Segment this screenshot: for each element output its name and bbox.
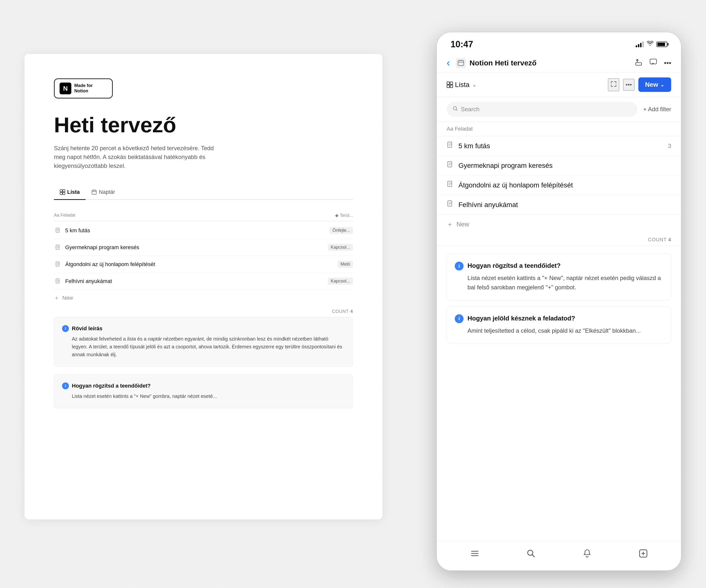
phone-status-bar: 10:47 xyxy=(437,32,681,53)
search-pill[interactable]: Search xyxy=(447,102,637,117)
notion-calendar-icon xyxy=(456,58,466,68)
svg-rect-31 xyxy=(450,82,453,84)
search-placeholder: Search xyxy=(461,106,479,113)
more-button[interactable]: ••• xyxy=(664,59,671,67)
doc-icon xyxy=(447,181,454,190)
list-grid-icon xyxy=(447,82,453,88)
wifi-icon xyxy=(647,41,654,48)
info-card-title: Rövid leírás xyxy=(72,325,103,332)
phone-table-header: Aa Feladat xyxy=(437,122,681,136)
svg-rect-4 xyxy=(92,190,96,194)
phone-info-title: Hogyan jelöld késznek a feladatod? xyxy=(468,314,575,323)
info-card-rovid-leiras: i Rövid leírás Az adatokat felveheted a … xyxy=(54,317,353,367)
nav-title: Notion Heti tervező xyxy=(456,58,629,68)
comment-button[interactable] xyxy=(650,58,657,68)
phone-toolbar: Lista ⌄ ••• New ⌄ xyxy=(437,73,681,97)
doc-icon xyxy=(447,141,454,150)
list-item[interactable]: Átgondolni az új honlapom felépítését xyxy=(437,175,681,195)
badge-text: Made for Notion xyxy=(74,83,93,94)
list-item[interactable]: Gyermeknapi program keresés xyxy=(437,156,681,175)
svg-rect-33 xyxy=(450,85,453,87)
table-row[interactable]: Átgondolni az új honlapom felépítését Me… xyxy=(54,256,353,273)
status-time: 10:47 xyxy=(450,39,473,49)
new-button[interactable]: New ⌄ xyxy=(638,77,671,92)
doc-icon xyxy=(447,200,454,209)
svg-rect-0 xyxy=(60,190,62,192)
phone-container: 10:47 ‹ xyxy=(436,32,681,571)
doc-icon xyxy=(54,260,62,268)
phone-info-title: Hogyan rögzítsd a teendőidet? xyxy=(468,262,561,270)
table-row[interactable]: Gyermeknapi program keresés Kapcsol... xyxy=(54,239,353,256)
count-row: COUNT 4 xyxy=(54,306,353,317)
calendar-icon xyxy=(91,190,97,195)
table-row[interactable]: Felhívni anyukámat Kapcsol... xyxy=(54,273,353,290)
column-terul: ◆ Terül... xyxy=(335,213,353,218)
phone-info-section: i Hogyan rögzítsd a teendőidet? Lista né… xyxy=(437,246,681,351)
nav-actions: ••• xyxy=(635,58,671,68)
info-card-body: Az adatokat felveheted a lista és a napt… xyxy=(62,335,345,359)
svg-rect-30 xyxy=(447,82,449,84)
svg-rect-24 xyxy=(458,60,464,66)
phone-count-row: COUNT 4 xyxy=(437,234,681,246)
chevron-down-icon: ⌄ xyxy=(472,82,477,88)
info-card-body: Lista nézet esetén kattints a "+ New" go… xyxy=(62,392,345,400)
svg-line-35 xyxy=(456,110,457,111)
column-feladat: Aa Feladat xyxy=(54,213,176,218)
table-header: Aa Feladat ◆ Terül... xyxy=(54,210,353,221)
svg-rect-2 xyxy=(60,192,62,195)
list-item[interactable]: Felhívni anyukámat xyxy=(437,195,681,215)
list-view-button[interactable]: Lista ⌄ xyxy=(447,81,477,89)
bottom-nav-compose[interactable] xyxy=(636,546,651,561)
phone-info-card-1: i Hogyan rögzítsd a teendőidet? Lista né… xyxy=(447,254,671,300)
battery-icon xyxy=(657,42,667,47)
page-title: Heti tervező xyxy=(54,113,353,137)
phone-nav-bar: ‹ Notion Heti tervező xyxy=(437,53,681,73)
table-row[interactable]: 5 km futás Önfejle... xyxy=(54,222,353,239)
dots-menu-button[interactable]: ••• xyxy=(623,79,634,91)
tab-lista[interactable]: Lista xyxy=(54,185,85,200)
bottom-nav-search[interactable] xyxy=(524,546,538,561)
list-item[interactable]: 5 km futás 3 xyxy=(437,136,681,156)
signal-bars-icon xyxy=(636,41,644,47)
chevron-down-icon: ⌄ xyxy=(660,82,664,88)
doc-icon xyxy=(54,226,62,235)
share-button[interactable] xyxy=(635,58,642,68)
made-for-notion-badge: N Made for Notion xyxy=(54,78,113,98)
doc-icon xyxy=(54,277,62,285)
phone-info-card-2: i Hogyan jelöld késznek a feladatod? Ami… xyxy=(447,306,671,343)
grid-icon xyxy=(60,190,65,195)
desktop-page: N Made for Notion Heti tervező Szánj het… xyxy=(25,54,383,519)
resize-icon-button[interactable] xyxy=(608,78,619,91)
new-row-button[interactable]: ＋ New xyxy=(54,290,353,306)
search-icon xyxy=(453,106,458,113)
svg-rect-1 xyxy=(63,190,65,192)
phone-new-row-button[interactable]: ＋ New xyxy=(437,215,681,234)
info-card-title: Hogyan rögzítsd a teendőidet? xyxy=(72,383,151,389)
info-icon: i xyxy=(455,262,464,270)
phone-list: 5 km futás 3 Gyermeknapi program keresés… xyxy=(437,136,681,234)
tab-naptar[interactable]: Naptár xyxy=(85,185,121,200)
info-icon: i xyxy=(62,382,69,389)
notion-logo-icon: N xyxy=(60,83,71,94)
bottom-nav-list[interactable] xyxy=(468,546,482,561)
doc-icon xyxy=(447,161,454,170)
svg-rect-28 xyxy=(636,63,641,66)
svg-rect-3 xyxy=(63,192,65,195)
phone-info-body: Amint teljesítetted a célod, csak pipáld… xyxy=(455,326,663,335)
view-tabs: Lista Naptár xyxy=(54,185,353,200)
phone-search-bar: Search + Add filter xyxy=(437,97,681,122)
phone-bottom-nav xyxy=(437,541,681,571)
status-icons xyxy=(636,41,667,48)
info-icon: i xyxy=(62,325,69,332)
table-header-label: Aa Feladat xyxy=(447,126,473,132)
info-card-hogyan-rogzitsd: i Hogyan rögzítsd a teendőidet? Lista né… xyxy=(54,374,353,408)
back-button[interactable]: ‹ xyxy=(447,57,450,68)
phone-info-body: Lista nézet esetén kattints a "+ New", n… xyxy=(455,274,663,292)
svg-line-56 xyxy=(532,555,534,557)
add-filter-button[interactable]: + Add filter xyxy=(643,106,671,113)
bottom-nav-bell[interactable] xyxy=(580,546,594,561)
page-description: Szánj hetente 20 percet a következő hete… xyxy=(54,144,221,170)
doc-icon xyxy=(54,244,62,251)
svg-rect-32 xyxy=(447,85,449,87)
info-icon: i xyxy=(455,314,464,323)
